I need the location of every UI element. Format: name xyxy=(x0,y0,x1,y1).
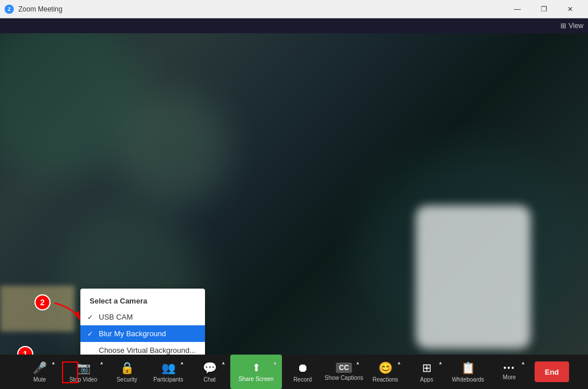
share-icon: ⬆ xyxy=(252,361,261,374)
record-icon: ⏺ xyxy=(297,361,308,375)
arrow-1 xyxy=(14,343,78,355)
more-label: More xyxy=(503,374,516,380)
zoom-logo-icon: Z xyxy=(5,5,14,14)
whiteboards-icon: 📋 xyxy=(461,361,475,375)
minimize-button[interactable]: — xyxy=(504,0,531,18)
apps-arrow-icon[interactable]: ▲ xyxy=(438,360,443,365)
participants-arrow-icon[interactable]: ▲ xyxy=(180,360,184,365)
titlebar-title: Zoom Meeting xyxy=(18,5,63,13)
more-icon: ••• xyxy=(504,363,516,372)
security-icon: 🔒 xyxy=(120,361,134,375)
stop-video-button[interactable]: ▲ 📷 Stop Video xyxy=(60,355,106,389)
menu-item-usb-cam[interactable]: ✓ USB CAM xyxy=(80,309,205,325)
view-button[interactable]: ⊞ View xyxy=(560,22,583,30)
captions-arrow-icon[interactable]: ▲ xyxy=(355,360,360,365)
more-arrow-icon[interactable]: ▲ xyxy=(521,360,525,365)
share-arrow-icon[interactable]: ▲ xyxy=(273,360,277,365)
mute-arrow-icon[interactable]: ▲ xyxy=(51,360,56,365)
apps-label: Apps xyxy=(420,376,434,383)
security-button[interactable]: 🔒 Security xyxy=(106,355,148,389)
video-area: 2 1 Select a Camera ✓ USB CAM ✓ Blur My … xyxy=(0,33,588,355)
whiteboards-button[interactable]: 📋 Whiteboards xyxy=(447,355,489,389)
video-icon: 📷 xyxy=(76,361,91,375)
maximize-button[interactable]: ❐ xyxy=(531,0,557,18)
security-label: Security xyxy=(117,376,137,383)
reactions-button[interactable]: ▲ 😊 Reactions xyxy=(365,355,406,389)
chat-icon: 💬 xyxy=(203,361,217,375)
bg-decoration xyxy=(115,91,230,205)
menu-header: Select a Camera xyxy=(80,293,205,309)
menu-item-blur-bg[interactable]: ✓ Blur My Background xyxy=(80,325,205,342)
mute-label: Mute xyxy=(33,376,46,383)
video-arrow-icon[interactable]: ▲ xyxy=(99,360,104,365)
participants-button[interactable]: ▲ 👥 Participants xyxy=(148,355,189,389)
figure-highlight xyxy=(416,205,531,349)
titlebar-controls: — ❐ ✕ xyxy=(504,0,583,18)
view-label: View xyxy=(568,22,583,30)
share-label: Share Screen xyxy=(238,376,273,382)
apps-button[interactable]: ▲ ⊞ Apps xyxy=(406,355,447,389)
mute-button[interactable]: ▲ 🎤 Mute xyxy=(19,355,60,389)
captions-icon: CC xyxy=(336,363,351,373)
subheader: ⊞ View xyxy=(0,18,588,33)
reactions-icon: 😊 xyxy=(378,361,393,375)
toolbar: ▲ 🎤 Mute ▲ 📷 Stop Video 🔒 Security ▲ 👥 P… xyxy=(0,355,588,389)
participants-icon: 👥 xyxy=(161,361,176,375)
close-button[interactable]: ✕ xyxy=(557,0,583,18)
end-button[interactable]: End xyxy=(535,361,569,382)
more-button[interactable]: ▲ ••• More xyxy=(489,355,530,389)
reactions-arrow-icon[interactable]: ▲ xyxy=(397,360,401,365)
reactions-label: Reactions xyxy=(373,376,398,383)
titlebar-left: Z Zoom Meeting xyxy=(5,5,63,14)
whiteboards-label: Whiteboards xyxy=(452,376,484,383)
participants-label: Participants xyxy=(153,376,183,383)
record-label: Record xyxy=(293,376,312,383)
share-screen-button[interactable]: ▲ ⬆ Share Screen xyxy=(230,355,282,389)
video-label: Stop Video xyxy=(69,376,98,383)
record-button[interactable]: ⏺ Record xyxy=(282,355,323,389)
chat-label: Chat xyxy=(203,376,215,383)
chat-button[interactable]: ▲ 💬 Chat xyxy=(189,355,230,389)
context-menu: Select a Camera ✓ USB CAM ✓ Blur My Back… xyxy=(80,289,205,355)
apps-icon: ⊞ xyxy=(422,361,432,375)
titlebar: Z Zoom Meeting — ❐ ✕ xyxy=(0,0,588,18)
chat-arrow-icon[interactable]: ▲ xyxy=(221,360,226,365)
mute-icon: 🎤 xyxy=(33,361,47,375)
view-icon: ⊞ xyxy=(560,22,566,30)
check-icon-blur: ✓ xyxy=(87,330,93,338)
captions-button[interactable]: ▲ CC Show Captions xyxy=(323,355,365,389)
captions-label: Show Captions xyxy=(324,375,363,381)
menu-item-virtual-bg[interactable]: Choose Virtual Background... xyxy=(80,342,205,355)
check-icon: ✓ xyxy=(87,313,93,321)
